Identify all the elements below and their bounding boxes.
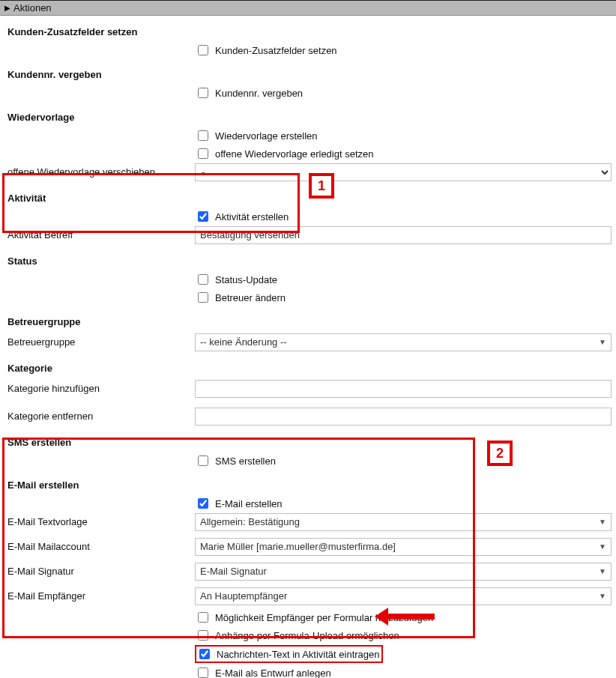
- heading-sms: SMS erstellen: [0, 426, 616, 452]
- select-wv-shift[interactable]: -: [195, 163, 612, 181]
- input-kat-add[interactable]: [195, 380, 612, 398]
- cb-email-nachricht-label: Nachrichten-Text in Aktivität eintragen: [217, 649, 380, 660]
- cb-sms[interactable]: SMS erstellen: [195, 452, 276, 469]
- cb-email-anhaenge[interactable]: Anhänge per Formula-Upload ermöglichen: [195, 627, 399, 644]
- annotation-arrow: [375, 608, 435, 626]
- select-email-signatur-value: E-Mail Signatur: [200, 566, 267, 577]
- heading-aktivitaet: Aktivität: [0, 182, 616, 208]
- chevron-down-icon: ▼: [599, 518, 606, 526]
- cb-status-update-label: Status-Update: [215, 274, 277, 285]
- heading-betreuer: Betreuergruppe: [0, 306, 616, 332]
- cb-email-erstellen[interactable]: E-Mail erstellen: [195, 495, 283, 512]
- annotation-callout-2: 2: [487, 441, 513, 466]
- input-kat-remove[interactable]: [195, 408, 612, 426]
- chevron-down-icon: ▼: [599, 592, 606, 600]
- cb-wv-erledigt[interactable]: offene Wiedervorlage erledigt setzen: [195, 145, 374, 162]
- label-email-account: E-Mail Mailaccount: [0, 536, 195, 557]
- cb-kunden-zusatz-label: Kunden-Zusatzfelder setzen: [215, 45, 337, 56]
- heading-kundennr: Kundennr. vergeben: [0, 58, 616, 85]
- cb-status-betreuer[interactable]: Betreuer ändern: [195, 289, 286, 306]
- select-email-empf-value: An Hauptempfänger: [200, 590, 287, 602]
- select-email-vorlage[interactable]: Allgemein: Bestätigung ▼: [195, 513, 612, 531]
- select-email-signatur[interactable]: E-Mail Signatur ▼: [195, 563, 612, 581]
- cb-wv-erledigt-label: offene Wiedervorlage erledigt setzen: [215, 148, 374, 160]
- select-email-account[interactable]: Marie Müller [marie.mueller@musterfirma.…: [195, 538, 612, 556]
- cb-aktivitaet-erstellen-label: Aktivität erstellen: [215, 211, 289, 223]
- label-kat-add: Kategorie hinzufügen: [0, 378, 195, 399]
- cb-email-entwurf[interactable]: E-Mail als Entwurf anlegen: [195, 665, 331, 678]
- chevron-down-icon: ▼: [599, 567, 606, 575]
- heading-wiedervorlage: Wiedervorlage: [0, 101, 616, 127]
- select-email-account-value: Marie Müller [marie.mueller@musterfirma.…: [200, 541, 396, 552]
- heading-kategorie: Kategorie: [0, 352, 616, 378]
- chevron-down-icon: ▼: [599, 542, 606, 551]
- select-email-empf[interactable]: An Hauptempfänger ▼: [195, 587, 612, 605]
- cb-kundennr[interactable]: Kundennr. vergeben: [195, 85, 303, 101]
- cb-email-anhaenge-label: Anhänge per Formula-Upload ermöglichen: [215, 630, 399, 641]
- input-aktivitaet-betreff[interactable]: [195, 226, 612, 244]
- cb-aktivitaet-erstellen[interactable]: Aktivität erstellen: [195, 208, 289, 225]
- heading-status: Status: [0, 245, 616, 271]
- heading-email: E-Mail erstellen: [0, 469, 616, 495]
- select-betreuer[interactable]: -- keine Änderung -- ▼: [195, 333, 612, 351]
- label-email-vorlage: E-Mail Textvorlage: [0, 512, 195, 532]
- label-email-empf: E-Mail Empfänger: [0, 586, 195, 606]
- cb-wv-erstellen[interactable]: Wiedervorlage erstellen: [195, 127, 318, 144]
- select-betreuer-value: -- keine Änderung --: [200, 336, 287, 348]
- annotation-callout-1: 1: [309, 173, 334, 199]
- section-header[interactable]: ▶ Aktionen: [0, 0, 616, 16]
- chevron-down-icon: ▼: [599, 338, 606, 346]
- select-email-vorlage-value: Allgemein: Bestätigung: [200, 516, 300, 527]
- label-kat-remove: Kategorie entfernen: [0, 406, 195, 426]
- cb-email-nachricht[interactable]: Nachrichten-Text in Aktivität eintragen: [195, 645, 383, 663]
- label-email-signatur: E-Mail Signatur: [0, 561, 195, 581]
- label-betreuer: Betreuergruppe: [0, 332, 195, 352]
- cb-email-entwurf-label: E-Mail als Entwurf anlegen: [215, 668, 331, 679]
- label-aktivitaet-betreff: Aktivität Betreff: [0, 225, 195, 245]
- cb-sms-label: SMS erstellen: [215, 455, 276, 467]
- cb-wv-erstellen-label: Wiedervorlage erstellen: [215, 130, 318, 142]
- cb-status-update[interactable]: Status-Update: [195, 271, 277, 288]
- section-header-title: Aktionen: [13, 2, 52, 13]
- heading-kunden-zusatz: Kunden-Zusatzfelder setzen: [0, 16, 616, 42]
- cb-kundennr-label: Kundennr. vergeben: [215, 88, 303, 99]
- label-wv-shift: offene Wiedervorlage verschieben: [0, 162, 195, 182]
- cb-status-betreuer-label: Betreuer ändern: [215, 292, 286, 303]
- expand-icon: ▶: [4, 4, 10, 12]
- cb-kunden-zusatz[interactable]: Kunden-Zusatzfelder setzen: [195, 42, 337, 58]
- cb-email-erstellen-label: E-Mail erstellen: [215, 498, 283, 509]
